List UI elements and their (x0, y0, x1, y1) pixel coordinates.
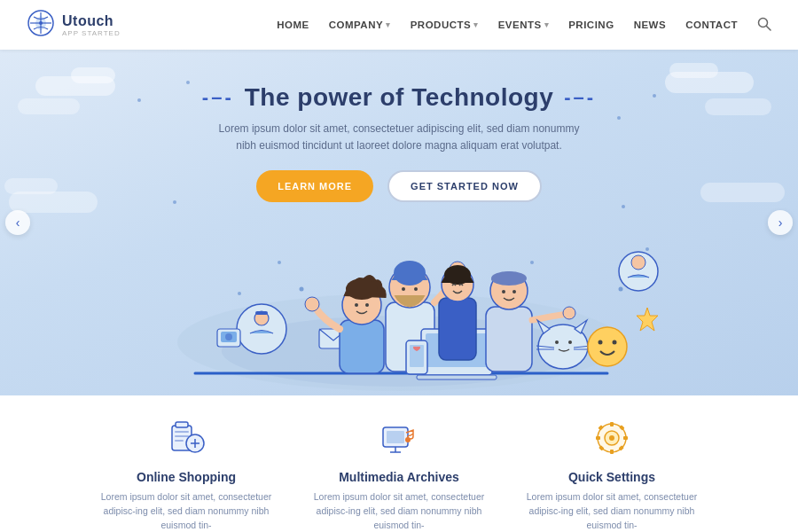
feature-online-shopping: Online Shopping Lorem ipsum dolor sit am… (80, 415, 293, 532)
svg-rect-33 (417, 375, 497, 379)
svg-point-25 (402, 287, 405, 291)
logo-icon (27, 9, 55, 41)
feature-desc: Lorem ipsum dolor sit amet, consectetuer… (523, 490, 700, 532)
svg-point-83 (609, 435, 614, 441)
title-dashes-left: -–- (202, 86, 234, 109)
svg-point-3 (39, 21, 43, 25)
svg-rect-69 (176, 422, 188, 427)
cloud-5 (4, 178, 58, 194)
nav-events[interactable]: EVENTS (498, 20, 550, 30)
svg-point-64 (278, 261, 281, 264)
nav-company[interactable]: COMPANY (329, 20, 391, 30)
cloud-8 (705, 98, 771, 115)
svg-rect-11 (255, 311, 268, 315)
svg-point-62 (300, 287, 304, 292)
svg-rect-42 (497, 274, 521, 282)
svg-point-21 (305, 297, 319, 311)
svg-point-14 (225, 333, 232, 340)
svg-point-57 (598, 340, 603, 345)
svg-point-18 (346, 278, 378, 300)
logo-tagline: app started (62, 29, 121, 37)
features-section: Online Shopping Lorem ipsum dolor sit am… (0, 395, 798, 532)
svg-rect-77 (387, 431, 404, 443)
hero-buttons: LEARN MORE GET STARTED NOW (256, 170, 542, 202)
svg-point-63 (619, 287, 623, 292)
dot (137, 98, 141, 102)
svg-point-20 (365, 303, 369, 307)
hero-text: -–- The power of Technology -–- Lorem ip… (202, 50, 596, 154)
svg-point-26 (414, 287, 418, 291)
feature-title: Online Shopping (98, 470, 275, 484)
svg-rect-72 (175, 440, 184, 442)
feature-desc: Lorem ipsum dolor sit amet, consectetuer… (98, 490, 275, 532)
svg-point-19 (355, 303, 358, 307)
svg-point-24 (394, 261, 426, 286)
dot (617, 116, 621, 120)
svg-rect-87 (623, 436, 628, 440)
feature-title: Quick Settings (523, 470, 700, 484)
svg-rect-36 (439, 298, 476, 360)
nav-news[interactable]: NEWS (634, 20, 667, 30)
svg-rect-86 (596, 436, 600, 440)
cloud-7 (669, 63, 718, 78)
svg-rect-16 (340, 320, 384, 373)
cloud-3 (18, 98, 80, 114)
nav-contact[interactable]: CONTACT (685, 20, 738, 30)
title-dashes-right: -–- (564, 86, 596, 109)
svg-point-45 (512, 290, 516, 293)
svg-point-50 (555, 340, 559, 344)
multimedia-archives-icon (376, 415, 422, 461)
logo[interactable]: Utouch app started (27, 9, 121, 41)
svg-rect-39 (486, 307, 532, 372)
feature-quick-settings: Quick Settings Lorem ipsum dolor sit ame… (505, 415, 718, 532)
feature-desc: Lorem ipsum dolor sit amet, consectetuer… (310, 490, 488, 532)
svg-line-5 (767, 26, 771, 30)
svg-point-38 (444, 265, 471, 285)
nav-products[interactable]: PRODUCTS (411, 20, 479, 30)
hero-title-text: The power of Technology (245, 83, 554, 112)
svg-rect-71 (175, 435, 189, 437)
logo-name: Utouch (62, 13, 121, 29)
search-icon[interactable] (757, 17, 771, 34)
quick-settings-icon (589, 415, 635, 461)
svg-point-58 (613, 340, 617, 345)
svg-point-65 (530, 261, 534, 264)
learn-more-button[interactable]: LEARN MORE (256, 170, 373, 202)
svg-marker-59 (637, 308, 658, 331)
get-started-button[interactable]: GET STARTED NOW (387, 170, 542, 202)
main-nav: HOME COMPANY PRODUCTS EVENTS PRICING NEW… (277, 17, 771, 34)
svg-point-67 (238, 292, 241, 295)
feature-title: Multimedia Archives (310, 470, 488, 484)
svg-rect-43 (491, 278, 500, 281)
svg-point-61 (631, 255, 645, 270)
svg-point-80 (405, 437, 411, 442)
hero-title: -–- The power of Technology -–- (202, 83, 596, 112)
dot (186, 81, 190, 84)
svg-point-56 (588, 327, 627, 366)
online-shopping-icon (163, 415, 209, 461)
svg-rect-85 (610, 450, 614, 454)
svg-point-46 (563, 307, 575, 319)
svg-point-51 (568, 340, 572, 344)
cloud-9 (700, 183, 785, 202)
svg-rect-70 (175, 431, 189, 433)
hero-subtitle: Lorem ipsum dolor sit amet, consectetuer… (213, 121, 585, 154)
header: Utouch app started HOME COMPANY PRODUCTS… (0, 0, 798, 50)
nav-pricing[interactable]: PRICING (568, 20, 614, 30)
feature-multimedia: Multimedia Archives Lorem ipsum dolor si… (293, 415, 505, 532)
cloud-4 (9, 192, 98, 213)
dot (653, 94, 656, 98)
carousel-next-button[interactable]: › (768, 210, 793, 235)
svg-rect-84 (610, 422, 614, 426)
logo-text: Utouch app started (62, 13, 121, 37)
cloud-2 (71, 67, 115, 83)
carousel-prev-button[interactable]: ‹ (5, 210, 30, 235)
nav-home[interactable]: HOME (277, 20, 309, 30)
svg-point-66 (645, 247, 649, 251)
hero-section: -–- The power of Technology -–- Lorem ip… (0, 50, 798, 395)
svg-point-44 (502, 290, 505, 293)
